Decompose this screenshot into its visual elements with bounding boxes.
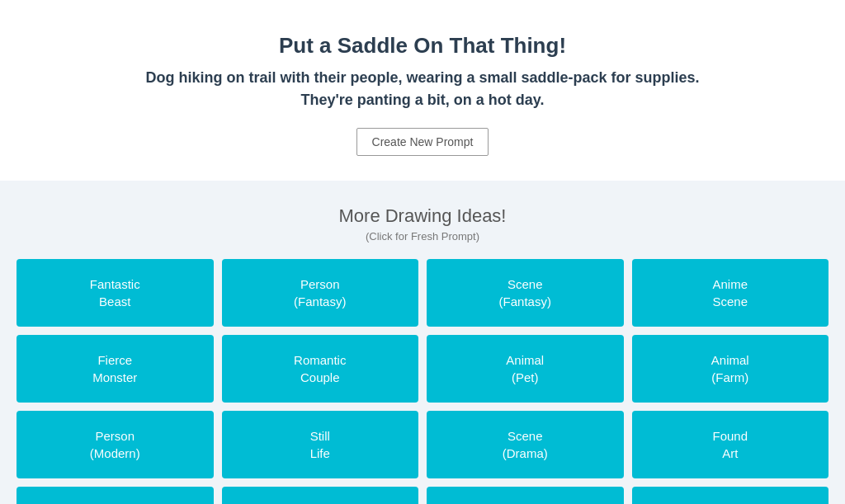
- drawing-section-subtitle: (Click for Fresh Prompt): [17, 230, 828, 243]
- grid-item[interactable]: Animal(Pet): [427, 335, 624, 403]
- hero-section: Put a Saddle On That Thing! Dog hiking o…: [0, 0, 845, 181]
- grid-item[interactable]: FierceMonster: [17, 335, 214, 403]
- grid-item[interactable]: FoundArt: [632, 411, 829, 478]
- grid-item[interactable]: RomanticCouple: [222, 335, 419, 403]
- create-new-prompt-button[interactable]: Create New Prompt: [356, 128, 489, 156]
- grid-item[interactable]: Thing(Vehicle): [632, 487, 829, 504]
- grid-item[interactable]: StillLife: [222, 411, 419, 478]
- grid-item[interactable]: Animal(Farm): [632, 335, 829, 403]
- grid-item[interactable]: InstagramPosers: [17, 487, 214, 504]
- grid-item[interactable]: Person(History): [222, 487, 419, 504]
- hero-subtitle-line2: They're panting a bit, on a hot day.: [301, 92, 545, 108]
- grid-item[interactable]: Person(Modern): [17, 411, 214, 478]
- drawing-section: More Drawing Ideas! (Click for Fresh Pro…: [0, 181, 845, 504]
- hero-title: Put a Saddle On That Thing!: [17, 33, 828, 59]
- drawing-grid: FantasticBeastPerson(Fantasy)Scene(Fanta…: [17, 259, 828, 504]
- grid-item[interactable]: FantasticBeast: [17, 259, 214, 327]
- grid-item[interactable]: Person(Fantasy): [222, 259, 419, 327]
- grid-item[interactable]: Scene(History): [427, 487, 624, 504]
- hero-subtitle-line1: Dog hiking on trail with their people, w…: [145, 69, 699, 86]
- grid-item[interactable]: AnimeScene: [632, 259, 829, 327]
- grid-item[interactable]: Scene(Drama): [427, 411, 624, 478]
- hero-subtitle: Dog hiking on trail with their people, w…: [17, 67, 828, 111]
- grid-item[interactable]: Scene(Fantasy): [427, 259, 624, 327]
- drawing-section-title: More Drawing Ideas!: [17, 205, 828, 227]
